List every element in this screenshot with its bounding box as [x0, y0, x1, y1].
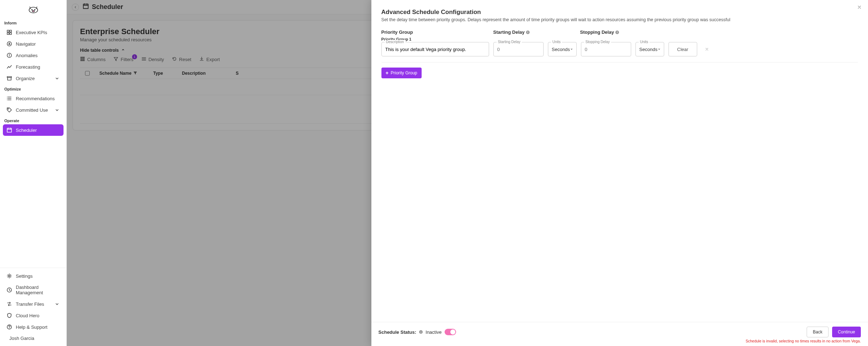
plus-icon: + — [386, 70, 389, 76]
close-button[interactable] — [856, 4, 863, 11]
back-button[interactable]: Back — [807, 327, 829, 337]
logo — [0, 0, 66, 18]
svg-rect-11 — [8, 78, 11, 80]
help-icon — [6, 324, 12, 330]
priority-group-row: Description Starting Delay Units Seconds… — [381, 42, 858, 63]
sidebar-item-settings[interactable]: Settings — [3, 270, 64, 282]
sidebar-item-label: Scheduler — [16, 128, 37, 133]
chevron-down-icon — [54, 301, 60, 307]
sidebar-item-label: Executive KPIs — [16, 30, 47, 35]
sidebar-item-label: Forecasting — [16, 64, 40, 70]
clock-icon — [6, 287, 12, 293]
sidebar-item-label: Committed Use — [16, 107, 48, 113]
sidebar-item-label: Cloud Hero — [16, 313, 39, 318]
user-name: Josh Garcia — [9, 336, 57, 341]
info-icon[interactable]: i — [419, 330, 423, 334]
starting-delay-input[interactable] — [497, 47, 540, 52]
clear-button[interactable]: Clear — [668, 42, 697, 56]
trend-icon — [6, 64, 12, 70]
sidebar-item-help-support[interactable]: Help & Support — [3, 321, 64, 333]
transfer-icon — [6, 301, 12, 307]
svg-rect-7 — [10, 33, 11, 34]
starting-units-select[interactable]: Units Seconds — [548, 42, 577, 56]
sidebar-item-organize[interactable]: Organize — [3, 73, 64, 84]
continue-button[interactable]: Continue — [832, 327, 861, 337]
info-icon[interactable]: i — [615, 31, 619, 34]
svg-point-14 — [9, 275, 10, 277]
user-row[interactable]: Josh Garcia — [3, 333, 64, 344]
starting-delay-field[interactable]: Starting Delay — [493, 42, 544, 56]
description-field[interactable]: Description — [381, 42, 489, 56]
sidebar-item-label: Navigator — [16, 41, 36, 47]
sidebar: Inform Executive KPIs Navigator Anomalie… — [0, 0, 67, 346]
sidebar-item-cloud-hero[interactable]: Cloud Hero — [3, 310, 64, 321]
sidebar-item-executive-kpis[interactable]: Executive KPIs — [3, 27, 64, 38]
svg-point-12 — [8, 109, 9, 109]
chevron-down-icon — [54, 107, 60, 113]
status-toggle[interactable] — [445, 329, 456, 335]
sidebar-item-label: Organize — [16, 76, 35, 81]
sidebar-item-label: Dashboard Management — [16, 285, 60, 295]
sidebar-item-navigator[interactable]: Navigator — [3, 38, 64, 50]
drawer-footer: Schedule Status: i Inactive Back Continu… — [371, 322, 868, 346]
priority-group-1-label: Priority Group 1 — [381, 37, 858, 41]
schedule-status-label: Schedule Status: — [379, 329, 416, 335]
svg-rect-5 — [10, 30, 11, 32]
config-drawer: Advanced Schedule Configuration Set the … — [371, 0, 868, 346]
svg-rect-4 — [7, 30, 9, 32]
section-optimize: Optimize — [3, 84, 64, 93]
gear-icon — [6, 273, 12, 279]
sidebar-item-anomalies[interactable]: Anomalies — [3, 50, 64, 61]
sidebar-item-dashboard-management[interactable]: Dashboard Management — [3, 282, 64, 298]
svg-point-8 — [7, 42, 11, 46]
sidebar-item-committed-use[interactable]: Committed Use — [3, 104, 64, 116]
dashboard-icon — [6, 29, 12, 35]
sidebar-item-scheduler[interactable]: Scheduler — [3, 124, 64, 136]
tag-icon — [6, 107, 12, 113]
drawer-title: Advanced Schedule Configuration — [381, 9, 858, 16]
sidebar-item-forecasting[interactable]: Forecasting — [3, 61, 64, 73]
section-inform: Inform — [3, 18, 64, 27]
stopping-delay-field[interactable]: Stopping Delay — [581, 42, 631, 56]
status-inactive: Inactive — [426, 329, 442, 335]
svg-point-3 — [32, 10, 34, 12]
compass-icon — [6, 41, 12, 47]
info-icon[interactable]: i — [526, 31, 530, 34]
add-priority-group-button[interactable]: + Priority Group — [381, 68, 422, 78]
drawer-description: Set the delay time between priority grou… — [381, 17, 858, 22]
svg-point-1 — [32, 9, 32, 10]
sidebar-item-label: Anomalies — [16, 53, 38, 58]
header-stopping-delay: Stopping Delay i — [580, 29, 663, 35]
header-priority-group: Priority Group — [381, 29, 489, 35]
sidebar-item-label: Transfer Files — [16, 301, 44, 307]
footer-error: Schedule is invalid, selecting no times … — [379, 339, 861, 343]
archive-icon — [6, 75, 12, 81]
chevron-down-icon — [54, 75, 60, 81]
sidebar-item-recommendations[interactable]: Recommendations — [3, 93, 64, 104]
calendar-icon — [6, 127, 12, 133]
sidebar-item-label: Settings — [16, 273, 33, 279]
section-operate: Operate — [3, 116, 64, 124]
shield-icon — [6, 313, 12, 318]
main-area: Scheduler Enterprise Scheduler Manage yo… — [67, 0, 868, 346]
description-input[interactable] — [385, 47, 485, 52]
sidebar-item-label: Recommendations — [16, 96, 55, 101]
alert-icon — [6, 52, 12, 58]
svg-rect-13 — [7, 128, 11, 132]
svg-point-2 — [34, 9, 35, 10]
list-icon — [6, 96, 12, 101]
chevron-down-icon — [570, 47, 573, 52]
sidebar-item-transfer-files[interactable]: Transfer Files — [3, 298, 64, 310]
stopping-units-select[interactable]: Units Seconds — [635, 42, 664, 56]
remove-group-button[interactable] — [702, 47, 712, 51]
chevron-down-icon — [657, 47, 661, 52]
header-starting-delay: Starting Delay i — [493, 29, 576, 35]
sidebar-item-label: Help & Support — [16, 324, 47, 330]
stopping-delay-input[interactable] — [585, 47, 627, 52]
svg-rect-6 — [7, 33, 9, 34]
